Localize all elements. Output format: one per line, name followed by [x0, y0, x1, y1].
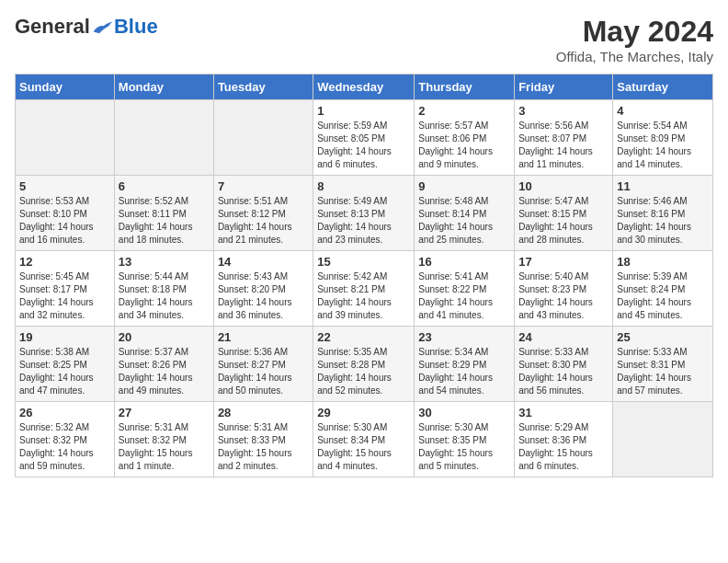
- calendar-cell: 24Sunrise: 5:33 AM Sunset: 8:30 PM Dayli…: [515, 327, 613, 402]
- calendar-cell: 23Sunrise: 5:34 AM Sunset: 8:29 PM Dayli…: [415, 327, 515, 402]
- day-info: Sunrise: 5:49 AM Sunset: 8:13 PM Dayligh…: [317, 195, 410, 247]
- calendar-cell: 4Sunrise: 5:54 AM Sunset: 8:09 PM Daylig…: [613, 100, 713, 176]
- day-info: Sunrise: 5:56 AM Sunset: 8:07 PM Dayligh…: [518, 120, 609, 171]
- calendar-cell: 6Sunrise: 5:52 AM Sunset: 8:11 PM Daylig…: [114, 176, 213, 251]
- day-number: 30: [418, 406, 510, 419]
- day-info: Sunrise: 5:31 AM Sunset: 8:33 PM Dayligh…: [218, 421, 309, 473]
- day-info: Sunrise: 5:52 AM Sunset: 8:11 PM Dayligh…: [119, 195, 210, 247]
- day-number: 10: [518, 179, 609, 193]
- calendar-week-row: 1Sunrise: 5:59 AM Sunset: 8:05 PM Daylig…: [16, 100, 713, 176]
- day-info: Sunrise: 5:47 AM Sunset: 8:15 PM Dayligh…: [518, 195, 609, 247]
- day-number: 5: [19, 179, 110, 193]
- calendar-cell: 10Sunrise: 5:47 AM Sunset: 8:15 PM Dayli…: [515, 176, 613, 251]
- day-number: 9: [418, 179, 510, 193]
- calendar-table: SundayMondayTuesdayWednesdayThursdayFrid…: [15, 74, 713, 477]
- day-info: Sunrise: 5:31 AM Sunset: 8:32 PM Dayligh…: [119, 421, 210, 473]
- calendar-cell: 21Sunrise: 5:36 AM Sunset: 8:27 PM Dayli…: [213, 327, 313, 402]
- day-number: 7: [218, 179, 309, 193]
- day-info: Sunrise: 5:29 AM Sunset: 8:36 PM Dayligh…: [518, 421, 609, 473]
- calendar-cell: 14Sunrise: 5:43 AM Sunset: 8:20 PM Dayli…: [213, 251, 313, 327]
- day-info: Sunrise: 5:37 AM Sunset: 8:26 PM Dayligh…: [119, 346, 210, 397]
- day-number: 17: [518, 255, 609, 269]
- day-info: Sunrise: 5:36 AM Sunset: 8:27 PM Dayligh…: [218, 346, 309, 397]
- calendar-cell: 20Sunrise: 5:37 AM Sunset: 8:26 PM Dayli…: [114, 327, 213, 402]
- day-header-tuesday: Tuesday: [213, 75, 313, 100]
- day-info: Sunrise: 5:59 AM Sunset: 8:05 PM Dayligh…: [317, 120, 410, 171]
- calendar-cell: 22Sunrise: 5:35 AM Sunset: 8:28 PM Dayli…: [313, 327, 415, 402]
- day-number: 11: [617, 179, 709, 193]
- day-header-saturday: Saturday: [613, 75, 713, 100]
- day-number: 25: [617, 330, 709, 344]
- logo-general-text: General: [15, 15, 90, 39]
- day-number: 3: [518, 104, 609, 118]
- day-header-monday: Monday: [114, 75, 213, 100]
- calendar-cell: [114, 100, 213, 176]
- day-info: Sunrise: 5:41 AM Sunset: 8:22 PM Dayligh…: [418, 270, 510, 322]
- day-header-friday: Friday: [515, 75, 613, 100]
- day-info: Sunrise: 5:30 AM Sunset: 8:35 PM Dayligh…: [418, 421, 510, 473]
- day-info: Sunrise: 5:53 AM Sunset: 8:10 PM Dayligh…: [19, 195, 110, 247]
- calendar-cell: 2Sunrise: 5:57 AM Sunset: 8:06 PM Daylig…: [415, 100, 515, 176]
- logo-blue-text: Blue: [114, 15, 158, 39]
- calendar-cell: 31Sunrise: 5:29 AM Sunset: 8:36 PM Dayli…: [515, 402, 613, 477]
- calendar-cell: 26Sunrise: 5:32 AM Sunset: 8:32 PM Dayli…: [16, 402, 115, 477]
- calendar-cell: 15Sunrise: 5:42 AM Sunset: 8:21 PM Dayli…: [313, 251, 415, 327]
- calendar-cell: 7Sunrise: 5:51 AM Sunset: 8:12 PM Daylig…: [213, 176, 313, 251]
- day-info: Sunrise: 5:34 AM Sunset: 8:29 PM Dayligh…: [418, 346, 510, 397]
- day-info: Sunrise: 5:45 AM Sunset: 8:17 PM Dayligh…: [19, 270, 110, 322]
- calendar-cell: 8Sunrise: 5:49 AM Sunset: 8:13 PM Daylig…: [313, 176, 415, 251]
- day-number: 14: [218, 255, 309, 269]
- day-number: 31: [518, 406, 609, 419]
- calendar-cell: 19Sunrise: 5:38 AM Sunset: 8:25 PM Dayli…: [16, 327, 115, 402]
- day-info: Sunrise: 5:32 AM Sunset: 8:32 PM Dayligh…: [19, 421, 110, 473]
- calendar-cell: 28Sunrise: 5:31 AM Sunset: 8:33 PM Dayli…: [213, 402, 313, 477]
- day-info: Sunrise: 5:48 AM Sunset: 8:14 PM Dayligh…: [418, 195, 510, 247]
- day-number: 22: [317, 330, 410, 344]
- calendar-header-row: SundayMondayTuesdayWednesdayThursdayFrid…: [16, 75, 713, 100]
- day-number: 19: [19, 330, 110, 344]
- calendar-cell: 30Sunrise: 5:30 AM Sunset: 8:35 PM Dayli…: [415, 402, 515, 477]
- day-info: Sunrise: 5:44 AM Sunset: 8:18 PM Dayligh…: [119, 270, 210, 322]
- day-number: 29: [317, 406, 410, 419]
- page-header: General Blue May 2024 Offida, The Marche…: [15, 15, 713, 64]
- day-number: 27: [119, 406, 210, 419]
- day-number: 26: [19, 406, 110, 419]
- calendar-cell: [613, 402, 713, 477]
- day-info: Sunrise: 5:43 AM Sunset: 8:20 PM Dayligh…: [218, 270, 309, 322]
- day-info: Sunrise: 5:30 AM Sunset: 8:34 PM Dayligh…: [317, 421, 410, 473]
- calendar-week-row: 12Sunrise: 5:45 AM Sunset: 8:17 PM Dayli…: [16, 251, 713, 327]
- calendar-cell: 1Sunrise: 5:59 AM Sunset: 8:05 PM Daylig…: [313, 100, 415, 176]
- day-number: 20: [119, 330, 210, 344]
- calendar-cell: 3Sunrise: 5:56 AM Sunset: 8:07 PM Daylig…: [515, 100, 613, 176]
- month-year-title: May 2024: [556, 15, 713, 49]
- day-number: 16: [418, 255, 510, 269]
- day-info: Sunrise: 5:51 AM Sunset: 8:12 PM Dayligh…: [218, 195, 309, 247]
- day-info: Sunrise: 5:39 AM Sunset: 8:24 PM Dayligh…: [617, 270, 709, 322]
- day-number: 1: [317, 104, 410, 118]
- calendar-week-row: 5Sunrise: 5:53 AM Sunset: 8:10 PM Daylig…: [16, 176, 713, 251]
- day-info: Sunrise: 5:40 AM Sunset: 8:23 PM Dayligh…: [518, 270, 609, 322]
- calendar-week-row: 26Sunrise: 5:32 AM Sunset: 8:32 PM Dayli…: [16, 402, 713, 477]
- day-number: 13: [119, 255, 210, 269]
- day-number: 18: [617, 255, 709, 269]
- day-number: 8: [317, 179, 410, 193]
- day-info: Sunrise: 5:33 AM Sunset: 8:30 PM Dayligh…: [518, 346, 609, 397]
- day-number: 21: [218, 330, 309, 344]
- calendar-cell: 18Sunrise: 5:39 AM Sunset: 8:24 PM Dayli…: [613, 251, 713, 327]
- day-header-thursday: Thursday: [415, 75, 515, 100]
- day-number: 23: [418, 330, 510, 344]
- day-info: Sunrise: 5:35 AM Sunset: 8:28 PM Dayligh…: [317, 346, 410, 397]
- calendar-cell: [213, 100, 313, 176]
- day-header-sunday: Sunday: [16, 75, 115, 100]
- calendar-cell: 16Sunrise: 5:41 AM Sunset: 8:22 PM Dayli…: [415, 251, 515, 327]
- calendar-cell: 29Sunrise: 5:30 AM Sunset: 8:34 PM Dayli…: [313, 402, 415, 477]
- logo-bird-icon: [92, 17, 114, 36]
- day-info: Sunrise: 5:46 AM Sunset: 8:16 PM Dayligh…: [617, 195, 709, 247]
- day-header-wednesday: Wednesday: [313, 75, 415, 100]
- calendar-cell: 12Sunrise: 5:45 AM Sunset: 8:17 PM Dayli…: [16, 251, 115, 327]
- day-number: 6: [119, 179, 210, 193]
- day-number: 4: [617, 104, 709, 118]
- calendar-week-row: 19Sunrise: 5:38 AM Sunset: 8:25 PM Dayli…: [16, 327, 713, 402]
- day-info: Sunrise: 5:54 AM Sunset: 8:09 PM Dayligh…: [617, 120, 709, 171]
- day-number: 24: [518, 330, 609, 344]
